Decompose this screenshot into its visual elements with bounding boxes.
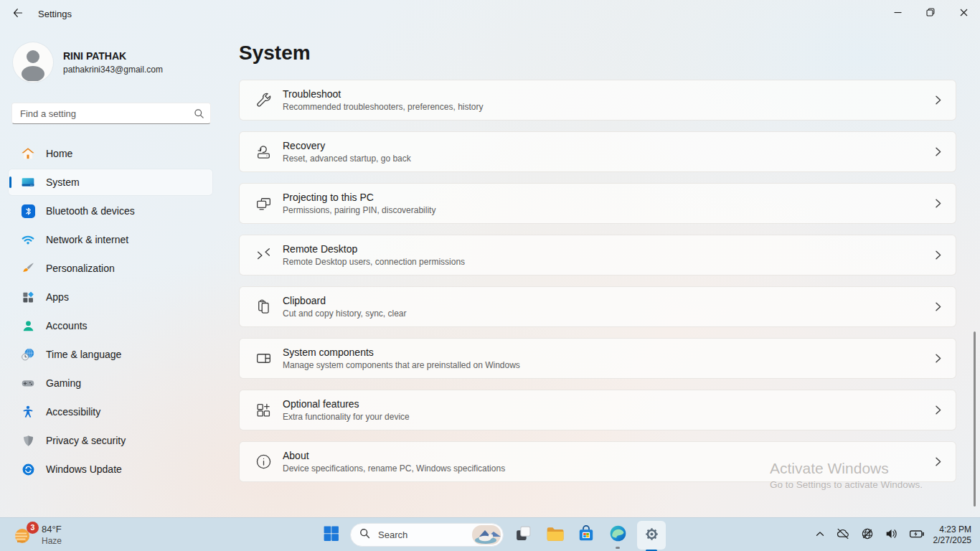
chevron-right-icon [933, 301, 943, 313]
card-title: Projecting to this PC [283, 192, 933, 203]
card-subtitle: Reset, advanced startup, go back [283, 154, 933, 164]
update-icon [21, 462, 35, 476]
main-content: System Troubleshoot Recommended troubles… [239, 29, 956, 493]
sidebar-item-apps[interactable]: Apps [9, 284, 212, 310]
card-optional-features[interactable]: Optional features Extra functionality fo… [239, 390, 956, 430]
card-title: Optional features [283, 398, 933, 410]
sidebar-item-system[interactable]: System [9, 169, 212, 195]
show-hidden-icons-button[interactable] [809, 523, 831, 547]
taskbar-center [319, 521, 666, 549]
search-icon [194, 108, 204, 122]
microsoft-store-button[interactable] [574, 523, 598, 547]
close-icon [960, 6, 968, 19]
account-name: RINI PATHAK [63, 50, 163, 62]
search-icon [359, 528, 370, 542]
person-avatar-icon [13, 42, 53, 83]
apps-icon [21, 290, 35, 304]
recovery-icon [254, 143, 273, 161]
sidebar-item-label: Bluetooth & devices [46, 205, 135, 217]
card-troubleshoot[interactable]: Troubleshoot Recommended troubleshooters… [239, 80, 956, 121]
minimize-button[interactable] [881, 0, 914, 26]
home-icon [21, 146, 35, 161]
system-tray: 4:23 PM 2/27/2025 [809, 518, 976, 551]
sidebar: RINI PATHAK pathakrini343@gmail.com Home [0, 29, 227, 517]
card-clipboard[interactable]: Clipboard Cut and copy history, sync, cl… [239, 286, 956, 327]
widgets-button[interactable]: 3 84°F Haze [6, 521, 67, 549]
onedrive-tray-button[interactable] [831, 523, 855, 547]
sidebar-item-personalization[interactable]: Personalization [9, 255, 212, 281]
sidebar-item-label: Privacy & security [46, 435, 126, 446]
edge-icon [608, 524, 628, 546]
card-subtitle: Permissions, pairing PIN, discoverabilit… [283, 205, 933, 215]
back-button[interactable] [7, 4, 29, 24]
clipboard-icon [254, 298, 273, 316]
card-remote-desktop[interactable]: Remote Desktop Remote Desktop users, con… [239, 235, 956, 276]
volume-tray-button[interactable] [880, 523, 904, 547]
haze-sun-icon [11, 537, 34, 549]
file-explorer-button[interactable] [542, 523, 567, 547]
card-subtitle: Device specifications, rename PC, Window… [283, 463, 933, 474]
sidebar-item-gaming[interactable]: Gaming [9, 370, 212, 396]
brush-icon [21, 261, 35, 276]
gear-icon [643, 525, 661, 546]
close-button[interactable] [947, 0, 980, 26]
card-projecting-to-this-pc[interactable]: Projecting to this PC Permissions, pairi… [239, 183, 956, 224]
card-recovery[interactable]: Recovery Reset, advanced startup, go bac… [239, 131, 956, 172]
card-title: Troubleshoot [283, 88, 933, 100]
bluetooth-icon [21, 204, 35, 218]
sidebar-item-windows-update[interactable]: Windows Update [9, 456, 212, 482]
volume-icon [884, 526, 900, 545]
sidebar-item-label: Accounts [46, 320, 88, 331]
sidebar-item-privacy-security[interactable]: Privacy & security [9, 428, 212, 453]
battery-tray-button[interactable] [904, 523, 930, 547]
vertical-scrollbar[interactable] [974, 331, 976, 507]
sidebar-item-bluetooth-devices[interactable]: Bluetooth & devices [9, 198, 212, 224]
settings-app-button[interactable] [637, 521, 666, 550]
weather-temperature: 84°F [42, 524, 62, 534]
card-title: About [283, 450, 933, 461]
shield-icon [21, 433, 35, 448]
clock-date: 2/27/2025 [933, 535, 971, 546]
components-icon [254, 349, 273, 368]
sidebar-item-network-internet[interactable]: Network & internet [9, 227, 212, 253]
card-system-components[interactable]: System components Manage system componen… [239, 338, 956, 379]
onedrive-offline-icon [835, 526, 851, 545]
sidebar-item-label: Gaming [46, 377, 81, 389]
projection-icon [254, 194, 273, 213]
taskbar-search-input[interactable] [377, 524, 472, 546]
search-highlight-image[interactable] [472, 525, 501, 545]
sidebar-item-label: System [46, 176, 80, 188]
sidebar-item-accessibility[interactable]: Accessibility [9, 399, 212, 425]
task-view-button[interactable] [511, 523, 535, 547]
titlebar: Settings [0, 0, 980, 29]
clock-globe-icon [21, 347, 35, 362]
card-title: Recovery [283, 140, 933, 151]
remote-desktop-icon [254, 246, 273, 265]
card-subtitle: Remote Desktop users, connection permiss… [283, 257, 933, 267]
sidebar-item-home[interactable]: Home [9, 141, 212, 166]
network-tray-button[interactable] [855, 523, 880, 547]
sidebar-nav: Home System Bluetooth & devices Network … [9, 141, 212, 485]
card-subtitle: Recommended troubleshooters, preferences… [283, 102, 933, 112]
find-setting-search[interactable] [11, 103, 211, 124]
notification-badge: 3 [27, 522, 39, 534]
card-about[interactable]: About Device specifications, rename PC, … [239, 441, 956, 482]
taskbar-search-box[interactable] [350, 523, 504, 547]
settings-card-list: Troubleshoot Recommended troubleshooters… [239, 80, 956, 482]
sidebar-item-label: Time & language [46, 349, 121, 360]
sidebar-item-accounts[interactable]: Accounts [9, 313, 212, 339]
chevron-right-icon [933, 404, 943, 416]
taskbar-clock[interactable]: 4:23 PM 2/27/2025 [930, 524, 976, 546]
edge-browser-button[interactable] [606, 523, 630, 547]
restore-button[interactable] [914, 0, 947, 26]
find-setting-input[interactable] [12, 103, 186, 123]
accounts-icon [21, 319, 35, 333]
chevron-right-icon [933, 249, 943, 261]
optional-features-icon [254, 401, 273, 420]
start-button[interactable] [319, 523, 343, 547]
back-arrow-icon [12, 7, 24, 22]
sidebar-item-label: Network & internet [46, 234, 128, 245]
user-account[interactable]: RINI PATHAK pathakrini343@gmail.com [13, 42, 163, 83]
card-title: System components [283, 347, 933, 358]
sidebar-item-time-language[interactable]: Time & language [9, 342, 212, 367]
